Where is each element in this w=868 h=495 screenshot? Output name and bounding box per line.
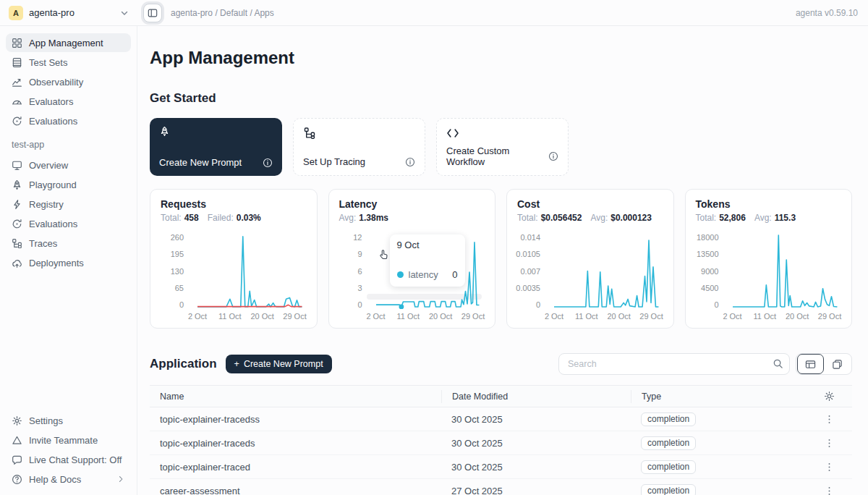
metric-stats: Total:$0.056452Avg:$0.000123 [517, 213, 663, 223]
column-header-date-modified[interactable]: Date Modified [441, 390, 631, 403]
table-header-row: Name Date Modified Type [150, 386, 852, 407]
refresh-icon [12, 116, 22, 127]
stat-value: 0.03% [237, 213, 261, 223]
table-row-career-assessment[interactable]: career-assessment27 Oct 2025completion [150, 479, 852, 495]
sidebar-item-observability[interactable]: Observability [6, 72, 131, 91]
info-icon[interactable] [548, 151, 558, 161]
latency-chart[interactable]: 9 Octlatency0 [368, 233, 485, 309]
metric-card-requests: RequestsTotal:458Failed:0.03%26019513065… [150, 189, 318, 329]
y-tick: 0 [714, 300, 718, 309]
sidebar-item-evaluations[interactable]: Evaluations [6, 214, 131, 233]
stat-total-: Total:458 [161, 213, 199, 223]
lightning-icon [12, 199, 22, 210]
sidebar-item-test-sets[interactable]: Test Sets [6, 53, 131, 72]
workspace-selector[interactable]: A agenta-pro [0, 6, 137, 20]
type-cell: completion [631, 460, 788, 474]
x-tick: 11 Oct [754, 312, 777, 321]
y-tick: 13500 [697, 250, 719, 258]
row-menu-dots-icon[interactable] [824, 486, 835, 495]
stat-label: Total: [161, 213, 182, 223]
sidebar-item-live-chat-support-off[interactable]: Live Chat Support: Off [6, 450, 131, 469]
row-menu-dots-icon[interactable] [824, 414, 835, 425]
create-new-prompt-card[interactable]: Create New Prompt [150, 118, 282, 176]
search-icon[interactable] [773, 358, 783, 369]
x-axis-ticks: 2 Oct11 Oct20 Oct29 Oct [546, 312, 663, 323]
sidebar-item-overview[interactable]: Overview [6, 156, 131, 174]
table-row-topic-explainer-traced[interactable]: topic-explainer-traced30 Oct 2025complet… [150, 455, 852, 479]
monitor-icon [12, 160, 22, 171]
search-input[interactable] [558, 353, 790, 375]
gauge-icon [12, 96, 22, 107]
x-tick: 20 Oct [250, 312, 273, 321]
table-view-button[interactable] [797, 354, 824, 374]
y-tick: 0 [536, 300, 540, 309]
sidebar-collapse-button[interactable] [143, 4, 162, 22]
sidebar-item-label: Test Sets [29, 57, 67, 68]
sidebar-item-invite-teammate[interactable]: Invite Teammate [6, 431, 131, 449]
y-axis-ticks: 260195130650 [161, 233, 190, 309]
table-row-topic-explainer-tracedss[interactable]: topic-explainer-tracedss30 Oct 2025compl… [150, 407, 852, 431]
x-tick: 11 Oct [218, 312, 242, 321]
series-tokens [733, 235, 837, 307]
row-menu-dots-icon[interactable] [824, 462, 835, 473]
metric-title: Tokens [696, 198, 842, 210]
sidebar-item-registry[interactable]: Registry [6, 195, 131, 213]
column-header-name[interactable]: Name [150, 392, 441, 402]
requests-chart[interactable] [190, 233, 307, 309]
date-modified-cell: 30 Oct 2025 [441, 414, 631, 425]
sidebar-item-settings[interactable]: Settings [6, 411, 131, 430]
x-axis-ticks: 2 Oct11 Oct20 Oct29 Oct [725, 312, 842, 323]
card-view-button[interactable] [824, 354, 851, 374]
metric-stats: Total:458Failed:0.03% [161, 213, 307, 223]
tooltip-series-value: 0 [452, 269, 457, 280]
info-icon[interactable] [405, 157, 415, 167]
create-custom-workflow-card[interactable]: Create Custom Workflow [436, 118, 569, 176]
x-tick: 11 Oct [575, 312, 598, 321]
y-tick: 260 [171, 233, 184, 242]
series-total [197, 237, 302, 307]
row-menu-dots-icon[interactable] [824, 438, 835, 449]
x-tick: 20 Oct [429, 312, 452, 321]
create-new-prompt-button[interactable]: + Create New Prompt [226, 355, 332, 373]
y-tick: 9 [357, 250, 362, 258]
sidebar-item-traces[interactable]: Traces [6, 234, 131, 253]
view-toggle [796, 353, 852, 375]
x-tick: 20 Oct [607, 312, 630, 321]
cost-chart[interactable] [546, 233, 663, 309]
column-header-type[interactable]: Type [631, 390, 788, 403]
x-tick: 11 Oct [397, 312, 420, 321]
table-settings-gear-icon[interactable] [824, 391, 835, 402]
sidebar-item-deployments[interactable]: Deployments [6, 253, 131, 272]
x-tick: 29 Oct [818, 312, 841, 321]
stat-value: 458 [184, 213, 199, 223]
sidebar-item-playground[interactable]: Playground [6, 175, 131, 194]
tokens-chart[interactable] [725, 233, 842, 309]
stat-label: Total: [517, 213, 538, 223]
chevron-down-icon [120, 9, 129, 17]
stat-value: $0.056452 [541, 213, 582, 223]
stat-label: Avg: [339, 213, 357, 223]
stat-value: 1.38ms [359, 213, 388, 223]
stat-label: Avg: [754, 213, 772, 223]
set-up-tracing-card[interactable]: Set Up Tracing [293, 118, 425, 176]
sidebar-item-help-docs[interactable]: Help & Docs [6, 470, 131, 488]
table-icon [12, 57, 22, 68]
metric-stats: Total:52,806Avg:115.3 [696, 213, 842, 223]
sidebar-item-evaluators[interactable]: Evaluators [6, 92, 131, 111]
info-icon[interactable] [263, 158, 273, 168]
x-tick: 2 Oct [366, 312, 385, 321]
metric-stats: Avg:1.38ms [339, 213, 485, 223]
x-tick: 29 Oct [283, 312, 306, 321]
sidebar-item-evaluations[interactable]: Evaluations [6, 111, 131, 130]
card-label: Set Up Tracing [303, 156, 365, 167]
sidebar-item-label: Evaluations [29, 219, 77, 229]
table-row-topic-explainer-traceds[interactable]: topic-explainer-traceds30 Oct 2025comple… [150, 431, 852, 455]
tree-icon [12, 238, 22, 249]
x-tick: 2 Oct [723, 312, 741, 321]
sidebar-item-app-management[interactable]: App Management [6, 33, 131, 52]
series-failed [197, 305, 302, 306]
workspace-name: agenta-pro [29, 7, 75, 18]
workspace-avatar: A [9, 6, 23, 20]
y-tick: 0.014 [520, 233, 540, 242]
breadcrumb[interactable]: agenta-pro / Default / Apps [171, 8, 274, 18]
